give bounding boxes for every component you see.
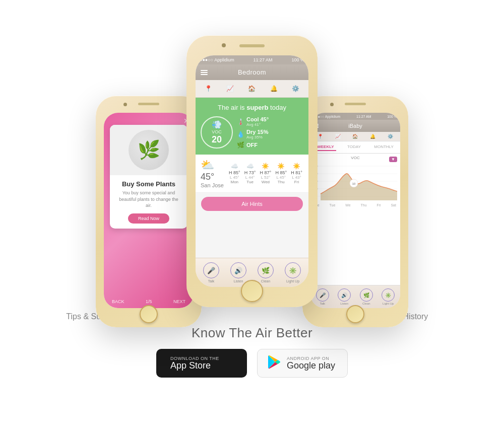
air-quality-status: superb bbox=[246, 104, 268, 111]
left-phone-speaker bbox=[138, 103, 159, 105]
air-hints-button[interactable]: Air Hints bbox=[201, 197, 303, 211]
forecast-wed-icon: ☀️ bbox=[262, 163, 269, 170]
right-nav-chart[interactable]: 📈 bbox=[335, 134, 341, 139]
store-buttons: Download on the App Store bbox=[156, 349, 348, 378]
right-chart-area: VOC ▼ 40 30 20 bbox=[310, 154, 400, 285]
air-quality-content: 💨 VOC 20 🌡️ Cool 45° Avg 41° bbox=[201, 116, 303, 149]
nav-chart-icon[interactable]: 📈 bbox=[225, 83, 236, 94]
tab-weekly[interactable]: WEEKLY bbox=[315, 143, 336, 151]
right-phone-camera bbox=[330, 103, 334, 106]
forecast-fri-day: Fri bbox=[294, 180, 299, 184]
forecast-mon-icon: ☁️ bbox=[231, 163, 238, 170]
tagline: Know The Air Better bbox=[192, 325, 312, 341]
right-phone-screen: ●●●○○ Applidium 11:27 AM 100 % iBaby 📍 bbox=[310, 113, 400, 308]
humidity-stat: 💧 Dry 15% Avg 35% bbox=[237, 129, 303, 139]
center-phone: ●●●○○ Applidium 11:27 AM 100 % Bedroom 📍 bbox=[186, 35, 318, 307]
nav-notification-icon[interactable]: 🔔 bbox=[268, 83, 279, 94]
listen-label: Listen bbox=[234, 279, 243, 283]
x-label-thu: Thu bbox=[361, 203, 367, 207]
hamburger-icon[interactable] bbox=[201, 70, 208, 75]
nav-home-icon[interactable]: 🏠 bbox=[246, 83, 258, 94]
forecast-tue-low: L 44° bbox=[245, 175, 255, 180]
right-talk-label: Talk bbox=[320, 302, 325, 305]
air-stats: 🌡️ Cool 45° Avg 41° 💧 Dry 15% bbox=[237, 116, 303, 149]
plant-image: 🌿 bbox=[129, 130, 169, 170]
speaker-icon: 🔊 bbox=[230, 262, 246, 278]
center-nav: 📍 📈 🏠 🔔 ⚙️ bbox=[196, 80, 308, 98]
left-phone-camera bbox=[123, 103, 127, 106]
right-phone: ●●●○○ Applidium 11:27 AM 100 % iBaby 📍 bbox=[302, 96, 408, 327]
right-carrier: ●●●○○ Applidium bbox=[313, 115, 340, 118]
forecast-thu-icon: ☀️ bbox=[277, 163, 285, 170]
forecast-fri-icon: ☀️ bbox=[293, 163, 300, 170]
right-nav-home[interactable]: 🏠 bbox=[352, 134, 358, 139]
x-label-sat: Sat bbox=[391, 203, 396, 207]
temperature-stat: 🌡️ Cool 45° Avg 41° bbox=[237, 116, 303, 127]
center-nav-clean[interactable]: 🌿 Clean bbox=[258, 262, 274, 283]
x-label-we: We bbox=[345, 203, 350, 207]
air-quality-section: The air is superb today 💨 VOC 20 🌡️ bbox=[196, 98, 308, 155]
right-nav-clean[interactable]: 🌿 Clean bbox=[360, 288, 373, 305]
right-speaker-icon: 🔊 bbox=[338, 288, 351, 302]
right-tabs: WEEKLY TODAY MONTHLY bbox=[310, 141, 400, 154]
right-phone-home-button[interactable] bbox=[346, 305, 364, 323]
forecast-mon: ☁️ H 85° L 45° Mon bbox=[229, 163, 240, 184]
right-clean-label: Clean bbox=[362, 302, 370, 305]
left-phone: ✕ 🌿 Buy Some Plants You buy some special… bbox=[96, 96, 202, 327]
voc-circle: 💨 VOC 20 bbox=[201, 116, 233, 149]
center-nav-talk[interactable]: 🎤 Talk bbox=[203, 262, 219, 283]
google-play-button[interactable]: ANDROID APP ON Google play bbox=[257, 349, 348, 378]
right-nav-talk[interactable]: 🎤 Talk bbox=[316, 288, 329, 305]
right-header: iBaby bbox=[310, 120, 400, 132]
right-nav-lightup[interactable]: ✳️ Light Up bbox=[382, 288, 395, 305]
eco-status: OFF bbox=[246, 142, 258, 148]
voc-label: VOC bbox=[212, 129, 222, 134]
next-button[interactable]: NEXT bbox=[173, 299, 185, 304]
microphone-icon: 🎤 bbox=[203, 262, 219, 278]
right-nav-notification[interactable]: 🔔 bbox=[370, 134, 375, 139]
center-phone-speaker bbox=[239, 44, 265, 47]
forecast-tue-day: Tue bbox=[246, 180, 254, 184]
talk-label: Talk bbox=[208, 279, 214, 283]
light-icon: ✳️ bbox=[285, 262, 301, 278]
forecast-mon-low: L 45° bbox=[230, 175, 239, 180]
page-indicator: 1/5 bbox=[146, 299, 152, 304]
time-text: 11:27 AM bbox=[254, 57, 273, 62]
right-nav-location[interactable]: 📍 bbox=[318, 134, 323, 139]
center-nav-listen[interactable]: 🔊 Listen bbox=[230, 262, 246, 283]
forecast-wed: ☀️ H 87° L 52° Wed bbox=[260, 163, 272, 184]
plant-card: 🌿 Buy Some Plants You buy some special a… bbox=[110, 125, 187, 229]
forecast-tue-icon: ☁️ bbox=[246, 163, 254, 170]
right-phone-speaker bbox=[345, 103, 366, 105]
right-nav-listen[interactable]: 🔊 Listen bbox=[338, 288, 351, 305]
humidity-main: Dry 15% bbox=[246, 129, 268, 135]
back-button[interactable]: BACK bbox=[112, 299, 124, 304]
forecast-fri-low: L 43° bbox=[292, 175, 301, 180]
center-phone-home-button[interactable] bbox=[241, 280, 263, 302]
app-store-button[interactable]: Download on the App Store bbox=[156, 349, 247, 378]
read-now-button[interactable]: Read Now bbox=[128, 213, 169, 224]
tab-monthly[interactable]: MONTHLY bbox=[372, 143, 396, 151]
google-play-main: Google play bbox=[287, 361, 335, 371]
weather-section: ⛅ 45° San Jose ☁️ H 85° L 45° Mon bbox=[196, 155, 308, 193]
weather-temperature: 45° bbox=[201, 172, 224, 182]
plant-image-area: 🌿 bbox=[110, 125, 187, 175]
nav-location-icon[interactable]: 📍 bbox=[203, 83, 214, 94]
tab-today[interactable]: TODAY bbox=[345, 143, 363, 151]
center-nav-lightup[interactable]: ✳️ Light Up bbox=[285, 262, 301, 283]
center-status-bar: ●●●○○ Applidium 11:27 AM 100 % bbox=[196, 55, 308, 64]
lightup-label: Light Up bbox=[286, 279, 299, 283]
right-nav-settings[interactable]: ⚙️ bbox=[388, 134, 393, 139]
forecast-mon-high: H 85° bbox=[229, 170, 240, 175]
nav-settings-icon[interactable]: ⚙️ bbox=[290, 83, 301, 94]
droplet-icon: 💧 bbox=[237, 131, 244, 138]
right-clean-icon: 🌿 bbox=[360, 288, 373, 302]
center-phone-screen: ●●●○○ Applidium 11:27 AM 100 % Bedroom 📍 bbox=[196, 55, 308, 287]
svg-text:10: 10 bbox=[352, 182, 356, 185]
filter-button[interactable]: ▼ bbox=[389, 157, 397, 162]
left-phone-home-button[interactable] bbox=[140, 305, 158, 323]
temp-sub: Avg 41° bbox=[246, 122, 269, 127]
right-screen: ●●●○○ Applidium 11:27 AM 100 % iBaby 📍 bbox=[310, 113, 400, 308]
forecast-mon-day: Mon bbox=[231, 180, 239, 184]
right-time: 11:27 AM bbox=[356, 115, 371, 118]
